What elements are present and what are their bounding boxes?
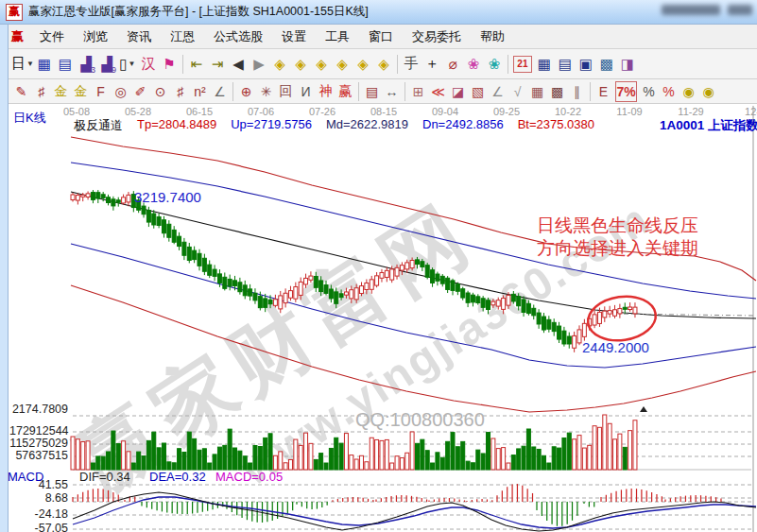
toolbar-separator [404,82,405,101]
menu-item-3[interactable]: 江恩 [162,26,203,47]
stat-e-icon[interactable]: E [594,82,613,101]
percent7-icon[interactable]: 7% [615,81,637,102]
window-controls-blurred [728,5,752,15]
last-bar-icon[interactable]: ⇥ [207,54,228,75]
candle-style-button[interactable]: ▯▼ [117,54,138,75]
menu-item-6[interactable]: 工具 [317,26,358,47]
mind-teal-icon[interactable]: ❀ [484,54,505,75]
menu-item-5[interactable]: 设置 [273,26,315,47]
high-price-label: 3219.7400 [134,189,201,205]
menu-item-7[interactable]: 窗口 [360,26,402,47]
price-ladder-icon[interactable]: ▤ [362,82,382,101]
mind-pink-icon[interactable]: ❀ [463,54,484,75]
two-rays-icon[interactable]: ∠ [488,82,508,101]
volume-scale-3: 57637515 [9,449,68,462]
minute-chart-9-icon[interactable]: ▟9 [96,54,117,75]
gold-split-icon[interactable]: 金 [71,82,91,101]
low-price-label: 2449.2000 [582,339,649,355]
fan-box-icon[interactable]: ◪ [448,82,468,101]
crosshair-tool-icon[interactable]: ＋ [422,54,442,75]
brush-tool-icon[interactable]: ✎ [11,82,31,101]
macd-dea-value: DEA=0.32 [149,470,206,484]
calendar-21-icon[interactable]: 21 [513,56,532,73]
target-icon[interactable]: ⊕ [236,82,256,101]
info-panel-icon[interactable]: ▤ [55,54,76,75]
menu-logo-icon: 赢 [11,28,24,45]
chip-distribution-icon[interactable]: 汉 [138,54,159,75]
toolbar-separator [397,55,398,74]
notes-icon[interactable]: ▤ [555,54,576,75]
first-bar-icon[interactable]: ⇤ [186,54,207,75]
zoom-left-diamond-icon[interactable]: ◈ [269,54,290,75]
menu-item-8[interactable]: 交易委托 [404,26,470,47]
menu-item-9[interactable]: 帮助 [472,26,513,47]
toolbar-separator [232,82,233,101]
window-controls-blurred [662,5,720,15]
angle-ruler-icon[interactable]: ✐ [130,82,150,101]
menu-item-4[interactable]: 公式选股 [205,26,271,47]
box-fit-icon[interactable]: ⊞ [408,82,428,101]
price-f-tool-icon[interactable]: F [91,82,111,101]
percent-icon[interactable]: % [639,82,659,101]
gold-circle2-icon[interactable]: ◉ [698,82,718,101]
minute-chart-3-icon[interactable]: ▟3 [76,54,96,75]
save-icon[interactable]: ▣ [576,54,596,75]
drawing-toolbar: ✎♯金金F◎✐⊙♯n²∠⊕✳回И神赢▤↔⊞≪◪▧∠√▦▩∥E7%%%◉◉ [8,79,757,104]
spiderweb-icon[interactable]: ✳ [256,82,276,101]
compress-diamond-icon[interactable]: ◈ [373,54,394,75]
macd-scale-4: -57.05 [9,522,68,532]
prev-bar-icon[interactable]: ◀ [228,54,249,75]
indicator-bt: Bt=2375.0380 [518,117,594,134]
ying-tool-icon[interactable]: 赢 [335,82,355,101]
indicator-up: Up=2719.5756 [231,117,312,134]
check-wave-icon[interactable]: √ [508,82,527,101]
kline-period-button[interactable]: 日▼ [11,54,34,75]
magnifier-tool-icon[interactable]: ⌀ [442,54,463,75]
next-bar-icon[interactable]: ▶ [249,54,269,75]
dense-grid2-icon[interactable]: ▩ [547,82,567,101]
polyline-icon[interactable]: И [296,82,316,101]
time-grid-icon[interactable]: ♯ [170,82,190,101]
price-scale-bottom: 2174.7809 [9,403,68,416]
macd-dif-value: DIF=0.34 [79,470,130,484]
tools-cart-icon[interactable]: ◨ [617,54,638,75]
expand-diamond-icon[interactable]: ◈ [311,54,332,75]
hand-tool-icon[interactable]: 手 [401,54,422,75]
title-bar[interactable]: 赢 赢家江恩专业版[赢家服务平台] - [上证指数 SH1A0001-155日K… [0,0,757,25]
parallel-lines-icon[interactable]: ∥ [567,82,587,101]
indicator-md: Md=2622.9819 [326,117,408,134]
menu-item-1[interactable]: 浏览 [75,26,116,47]
flag-marker-icon[interactable]: ⚑ [159,54,180,75]
zoom-right-diamond-icon[interactable]: ◈ [290,54,311,75]
square-spiral-icon[interactable]: 回 [276,82,296,101]
bar-spacing-icon[interactable]: ↔ [382,82,402,101]
spiral-tool-icon[interactable]: ◎ [111,82,130,101]
gann-wheel-icon[interactable]: ⊙ [150,82,170,101]
angle-line-icon[interactable]: ∠ [210,82,230,101]
shen-tool-icon[interactable]: 神 [316,82,335,101]
indicator-name[interactable]: 极反通道 [74,117,123,134]
calculator-icon[interactable]: ▦ [534,54,555,75]
ray-box-icon[interactable]: ▧ [468,82,488,101]
window-title: 赢家江恩专业版[赢家服务平台] - [上证指数 SH1A0001-155日K线] [28,4,369,20]
symbol-label[interactable]: 1A0001 上证指数 [660,117,757,134]
n-square-icon[interactable]: n² [190,82,210,101]
chart-area[interactable]: 赢家财富网 www.yingjia360.com 05-0805-2806-15… [0,104,757,532]
main-toolbar: 日▼▦▤▟3▟9▯▼汉⚑⇤⇥◀▶◈◈◈◈◈◈手＋⌀❀❀21▦▤▣▩◨ [8,49,757,79]
menu-item-2[interactable]: 资讯 [118,26,160,47]
fan-lines-icon[interactable]: ≪ [428,82,448,101]
app-logo-icon: 赢 [6,4,23,21]
export-chart-icon[interactable]: ▩ [596,54,617,75]
kline-canvas[interactable] [0,104,757,532]
icon-subscript: 9 [112,65,116,75]
percent-line-icon[interactable]: % [659,82,679,101]
stretch-diamond-icon[interactable]: ◈ [353,54,373,75]
menu-item-0[interactable]: 文件 [31,26,73,47]
gold-section-icon[interactable]: 金 [51,82,71,101]
dense-grid-icon[interactable]: ▦ [527,82,547,101]
shrink-diamond-icon[interactable]: ◈ [332,54,353,75]
multi-window-icon[interactable]: ▦ [34,54,55,75]
gann-grid-icon[interactable]: ♯ [31,82,51,101]
indicator-row: 极反通道 Tp=2804.8489 Up=2719.5756 Md=2622.9… [74,117,594,134]
gold-circle-icon[interactable]: ◉ [679,82,698,101]
